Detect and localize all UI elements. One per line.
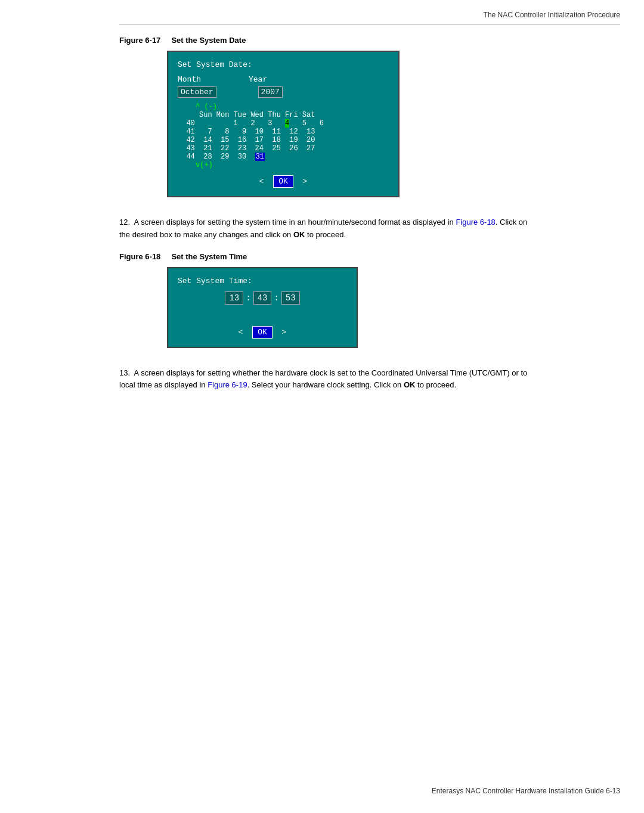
ok-less-18[interactable]: <: [239, 328, 243, 337]
scroll-up: ^ (-): [196, 103, 389, 111]
paragraph13: 13. A screen displays for setting whethe…: [119, 367, 537, 392]
ok-button-18[interactable]: OK: [252, 326, 273, 339]
paragraph12: 12. A screen displays for setting the sy…: [119, 216, 537, 241]
figure18-link[interactable]: Figure 6-18: [456, 218, 495, 226]
figure17-label: Figure 6-17 Set the System Date: [119, 36, 620, 45]
screen17-field-labels: Month Year: [178, 75, 389, 84]
scroll-down: v(+): [196, 161, 389, 169]
time-sep-1: :: [246, 293, 250, 303]
para13-number: 13.: [119, 368, 130, 377]
ok-button-17[interactable]: OK: [273, 175, 293, 188]
ok-bar-17: < OK >: [178, 175, 389, 188]
page-footer: Enterasys NAC Controller Hardware Instal…: [432, 787, 620, 795]
time-sep-2: :: [274, 293, 278, 303]
ok-bar-18: < OK >: [178, 326, 347, 339]
cal-row-42: 42 14 15 16 17 18 19 20: [178, 136, 389, 144]
ok-greater-18[interactable]: >: [282, 328, 287, 337]
ok-greater-17[interactable]: >: [303, 177, 308, 186]
second-input[interactable]: 53: [281, 291, 300, 305]
screen17-title: Set System Date:: [178, 60, 389, 69]
hour-input[interactable]: 13: [225, 291, 243, 305]
para12-number: 12.: [119, 218, 130, 226]
cal-row-43: 43 21 22 23 24 25 26 27: [178, 144, 389, 153]
cal-row-44: 44 28 29 30 31: [178, 153, 389, 161]
page-header: The NAC Controller Initialization Proced…: [484, 11, 620, 19]
minute-input[interactable]: 43: [253, 291, 272, 305]
footer-text: Enterasys NAC Controller Hardware Instal…: [432, 787, 620, 795]
top-rule: [119, 24, 620, 24]
time-row: 13 : 43 : 53: [178, 291, 347, 305]
ok-less-17[interactable]: <: [259, 177, 264, 186]
screen17-field-values: October 2007: [178, 86, 389, 98]
figure18-screen: Set System Time: 13 : 43 : 53 < OK >: [167, 267, 358, 348]
year-input[interactable]: 2007: [258, 86, 283, 98]
figure18-label: Figure 6-18 Set the System Time: [119, 252, 620, 261]
content-area: Figure 6-17 Set the System Date Set Syst…: [119, 36, 620, 402]
para12-text: A screen displays for setting the system…: [134, 218, 454, 226]
header-title: The NAC Controller Initialization Proced…: [484, 11, 620, 19]
cal-row-40: 40 1 2 3 4 5 6: [178, 119, 389, 128]
month-input[interactable]: October: [178, 86, 216, 98]
figure19-link[interactable]: Figure 6-19: [208, 380, 247, 389]
calendar-header: Sun Mon Tue Wed Thu Fri Sat: [178, 111, 389, 119]
figure17-screen: Set System Date: Month Year October 2007…: [167, 51, 400, 197]
calendar-section: ^ (-) Sun Mon Tue Wed Thu Fri Sat 40 1 2…: [178, 103, 389, 169]
screen18-title: Set System Time:: [178, 277, 347, 286]
cal-row-41: 41 7 8 9 10 11 12 13: [178, 128, 389, 136]
